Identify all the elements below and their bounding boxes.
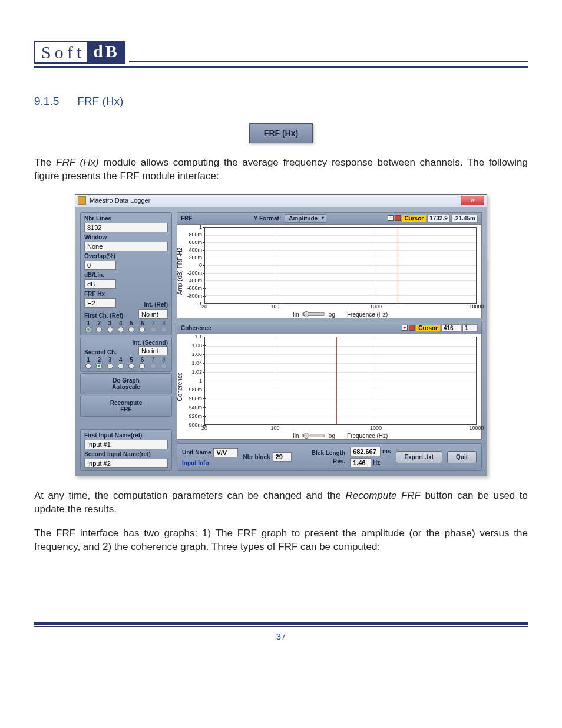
frf-plot-area[interactable]: Amp (dB) FRF-H2 1 800m 600m 400m 200m 0 … [177,225,481,318]
do-graph-autoscale-button[interactable]: Do Graph Autoscale [80,373,172,394]
bottom-bar: Unit Name V/V Input Info Nbr block 29 Bl… [177,443,482,471]
first-ch-radio-4[interactable] [118,327,124,332]
first-ch-radio-7 [150,327,156,332]
export-txt-button[interactable]: Export .txt [396,451,442,463]
coherence-ylabel: Coherence [177,372,183,401]
coh-cursor-label: Cursor [416,325,440,331]
brand-logo: Soft dB [34,41,528,64]
second-ch-radio-4[interactable] [118,363,124,369]
header-rule-thin [34,70,528,70]
int-ref-input[interactable]: No int [138,309,168,319]
frf-ylabel: Amp (dB) FRF-H2 [177,248,183,295]
frf-graph-title: FRF [181,215,192,222]
first-ch-label: First Ch. (Ref) [84,312,123,319]
frf-cursor-color-icon[interactable] [395,215,401,221]
second-input-name-label: Second Input Name(ref) [84,451,168,457]
first-ch-radio-6[interactable] [139,327,145,332]
first-ch-radio-1[interactable] [85,327,91,332]
header-rule-extension [129,61,528,62]
sidebar: Nbr Lines 8192 Window None Overlap(%) 0 … [80,212,172,471]
second-ch-radio-3[interactable] [107,363,113,369]
second-ch-radio-5[interactable] [128,363,134,369]
logo-soft: Soft [34,41,87,64]
coh-scale-slider[interactable]: lin log [293,433,335,439]
window-titlebar: Maestro Data Logger ✕ [75,195,487,207]
first-input-name-label: First Input Name(ref) [84,432,168,439]
graphs-paragraph: The FRF interface has two graphs: 1) The… [34,527,528,554]
close-icon[interactable]: ✕ [461,196,484,205]
frf-cursor-cross-icon[interactable]: + [388,215,394,221]
int-second-label: Int. (Second) [132,340,168,346]
coh-cursor-y: 1 [462,324,478,332]
first-ch-radio-3[interactable] [107,327,113,332]
frfhx-input[interactable]: H2 [84,298,116,308]
app-icon [78,196,86,205]
first-ch-radio-5[interactable] [128,327,134,332]
second-ch-radio-8 [161,363,167,369]
second-ch-radio-2[interactable] [96,363,102,369]
coh-cursor-cross-icon[interactable]: + [402,325,408,331]
dblin-label: dB/Lin. [84,272,168,278]
second-ch-radio-7 [150,363,156,369]
second-ch-radio-6[interactable] [139,363,145,369]
second-ch-radios: 1 2 3 4 5 6 7 8 [84,357,168,369]
recompute-paragraph: At any time, the computation parameters … [34,489,528,516]
section-number: 9.1.5 [34,95,74,108]
nbr-lines-input[interactable]: 8192 [84,223,168,232]
res-label: Res. [333,458,345,465]
coherence-graph-title: Coherence [181,325,211,331]
frf-hx-module-button[interactable]: FRF (Hx) [249,123,313,143]
recompute-frf-button[interactable]: Recompute FRF [80,396,172,417]
first-input-name-field[interactable]: Input #1 [84,440,168,449]
footer-rule-thick [34,622,528,625]
window-title: Maestro Data Logger [90,197,461,204]
yformat-dropdown[interactable]: Amplitude [285,214,326,223]
second-ch-radio-1[interactable] [85,363,91,369]
unit-name-label: Unit Name [182,449,211,456]
window-input[interactable]: None [84,242,168,251]
coherence-xlabel: Frequence (Hz) [347,433,388,439]
coherence-plot-area[interactable]: Coherence 1.1 1.08 1.06 1.04 1.02 1 980m… [177,334,481,439]
res-field: 1.46 [350,458,371,467]
blck-length-field: 682.667 [350,447,381,456]
first-ch-radio-8 [161,327,167,332]
int-second-input[interactable]: No int [138,346,168,355]
logo-db: dB [87,41,125,64]
frf-scale-slider[interactable]: lin log [293,311,335,318]
footer-rule-thin [34,626,528,627]
main-area: FRF Y Format: Amplitude + Cursor 1732.9 … [177,212,482,471]
yformat-label: Y Format: [254,215,282,222]
frf-cursor-label: Cursor [402,215,426,222]
int-ref-label: Int. (Ref) [144,301,168,308]
frf-graph: FRF Y Format: Amplitude + Cursor 1732.9 … [177,212,482,318]
overlap-input[interactable]: 0 [84,261,116,270]
first-ch-radios: 1 2 3 4 5 6 7 8 [84,320,168,332]
coh-cursor-color-icon[interactable] [409,325,415,331]
coherence-graph: Coherence + Cursor 416 1 Coherence [177,322,482,440]
window-label: Window [84,234,168,241]
frf-cursor-y: -21.45m [451,215,478,222]
overlap-label: Overlap(%) [84,253,168,259]
coh-cursor-x: 416 [441,324,461,332]
frf-cursor-line[interactable] [398,228,398,303]
intro-paragraph: The FRF (Hx) module allows computing the… [34,156,528,183]
section-heading: 9.1.5 FRF (Hx) [34,95,528,108]
quit-button[interactable]: Quit [447,451,477,463]
input-info-link[interactable]: Input Info [182,460,238,466]
nbr-block-field: 29 [273,452,292,462]
second-ch-label: Second Ch. [84,349,117,355]
frf-cursor-x: 1732.9 [427,215,450,222]
nbr-block-label: Nbr block [243,454,270,460]
header-rule-thick [34,66,528,68]
blck-length-label: Blck Length [312,450,345,456]
app-window: Maestro Data Logger ✕ Nbr Lines 8192 Win… [75,194,487,476]
unit-name-field[interactable]: V/V [213,448,238,457]
dblin-input[interactable]: dB [84,279,116,289]
section-title: FRF (Hx) [77,95,123,107]
first-ch-radio-2[interactable] [96,327,102,332]
coh-cursor-line[interactable] [336,337,337,424]
frfhx-label: FRF Hx [84,291,168,297]
nbr-lines-label: Nbr Lines [84,215,168,222]
second-input-name-field[interactable]: Input #2 [84,459,168,468]
page-number: 37 [34,631,528,641]
